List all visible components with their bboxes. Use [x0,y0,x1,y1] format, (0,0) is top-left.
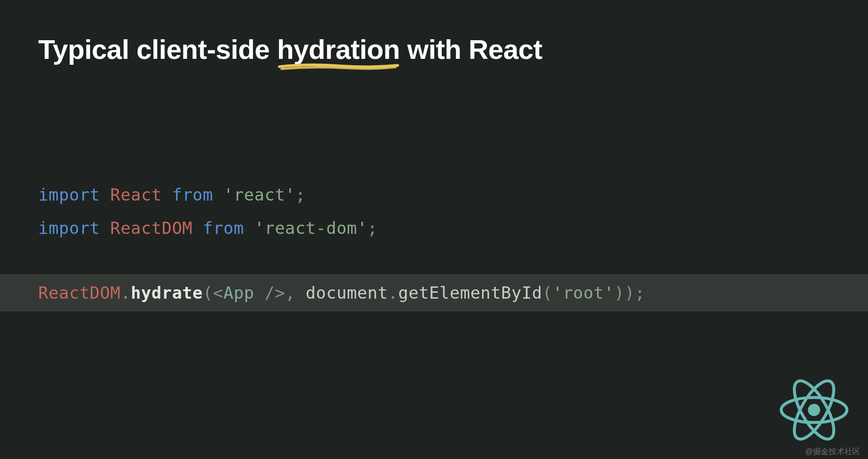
title-highlight-word: hydration [277,33,400,65]
code-line-3-highlighted: ReactDOM.hydrate(<App />, document.getEl… [0,274,868,311]
code-block: import React from 'react'; import ReactD… [38,178,830,311]
code-line-2: import ReactDOM from 'react-dom'; [38,211,830,245]
title-prefix: Typical client-side [38,34,277,65]
code-line-1: import React from 'react'; [38,178,830,211]
slide-title: Typical client-side hydration with React [38,33,830,65]
svg-point-0 [808,404,820,416]
underline-annotation-icon [277,62,400,71]
slide: Typical client-side hydration with React… [0,0,868,459]
watermark: @掘金技术社区 [805,447,860,457]
react-logo-icon [780,376,848,444]
title-suffix: with React [400,34,542,65]
